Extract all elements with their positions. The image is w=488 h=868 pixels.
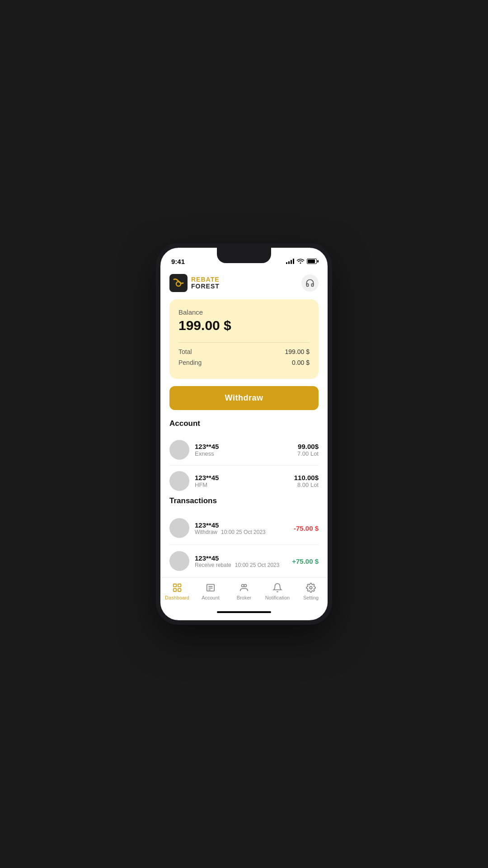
total-value: 199.00 $ bbox=[285, 348, 310, 355]
account-lot-1: 7.00 Lot bbox=[297, 450, 319, 457]
nav-label-notification: Notification bbox=[265, 595, 290, 600]
logo-rebate-text: REBATE bbox=[191, 276, 220, 283]
svg-rect-0 bbox=[169, 274, 188, 292]
app-content: REBATE FOREST Balance 199.00 $ bbox=[160, 270, 328, 577]
balance-card: Balance 199.00 $ Total 199.00 $ Pending … bbox=[169, 299, 319, 379]
logo-text: REBATE FOREST bbox=[191, 276, 220, 290]
transaction-info-1: 123**45 Withdraw 10:00 25 Oct 2023 bbox=[195, 521, 288, 535]
phone-frame: 9:41 bbox=[156, 243, 332, 625]
dashboard-icon bbox=[172, 582, 183, 593]
transactions-section: Transactions 123**45 Withdraw 10:00 25 O… bbox=[169, 496, 319, 577]
account-avatar-1 bbox=[169, 440, 189, 460]
nav-item-account[interactable]: Account bbox=[194, 582, 227, 600]
account-id-2: 123**45 bbox=[195, 474, 289, 481]
transaction-info-2: 123**45 Receive rebate 10:00 25 Oct 2023 bbox=[195, 554, 286, 568]
nav-item-setting[interactable]: Setting bbox=[294, 582, 328, 600]
transaction-amount-1: -75.00 $ bbox=[294, 524, 319, 532]
accounts-section-title: Account bbox=[169, 419, 319, 428]
nav-label-dashboard: Dashboard bbox=[165, 595, 189, 600]
transaction-amount-2: +75.00 $ bbox=[292, 557, 319, 565]
balance-total-row: Total 199.00 $ bbox=[178, 348, 310, 355]
account-stats-1: 99.00$ 7.00 Lot bbox=[297, 443, 319, 457]
logo-forest-text: FOREST bbox=[191, 283, 220, 290]
battery-icon bbox=[307, 259, 317, 264]
transaction-item-2[interactable]: 123**45 Receive rebate 10:00 25 Oct 2023… bbox=[169, 545, 319, 577]
account-info-2: 123**45 HFM bbox=[195, 474, 289, 488]
svg-point-11 bbox=[244, 585, 247, 587]
balance-amount: 199.00 $ bbox=[178, 318, 310, 333]
logo-icon bbox=[169, 274, 188, 292]
transaction-details-2: Receive rebate 10:00 25 Oct 2023 bbox=[195, 562, 286, 568]
transaction-id-2: 123**45 bbox=[195, 554, 286, 562]
pending-value: 0.00 $ bbox=[292, 359, 310, 366]
account-info-1: 123**45 Exness bbox=[195, 443, 292, 457]
status-time: 9:41 bbox=[171, 258, 185, 265]
transaction-type-2: Receive rebate bbox=[195, 562, 231, 568]
setting-icon bbox=[305, 582, 316, 593]
account-broker-2: HFM bbox=[195, 481, 289, 488]
svg-rect-4 bbox=[174, 589, 176, 591]
nav-item-dashboard[interactable]: Dashboard bbox=[160, 582, 194, 600]
notch bbox=[217, 248, 271, 263]
header: REBATE FOREST bbox=[169, 270, 319, 292]
transaction-date-1: 10:00 25 Oct 2023 bbox=[221, 529, 266, 535]
svg-point-12 bbox=[310, 586, 312, 589]
transaction-id-1: 123**45 bbox=[195, 521, 288, 529]
nav-item-notification[interactable]: Notification bbox=[261, 582, 294, 600]
transaction-type-1: Withdraw bbox=[195, 529, 217, 535]
transaction-avatar-1 bbox=[169, 518, 189, 538]
account-icon bbox=[205, 582, 216, 593]
balance-divider bbox=[178, 342, 310, 343]
svg-rect-2 bbox=[174, 584, 176, 587]
account-item-1[interactable]: 123**45 Exness 99.00$ 7.00 Lot bbox=[169, 434, 319, 465]
account-lot-2: 8.00 Lot bbox=[294, 481, 319, 488]
headset-icon bbox=[305, 278, 314, 288]
pending-label: Pending bbox=[178, 359, 202, 366]
withdraw-button[interactable]: Withdraw bbox=[169, 386, 319, 410]
support-button[interactable] bbox=[301, 274, 319, 292]
logo: REBATE FOREST bbox=[169, 274, 220, 292]
svg-rect-5 bbox=[178, 589, 181, 591]
nav-label-account: Account bbox=[202, 595, 220, 600]
nav-item-broker[interactable]: Broker bbox=[227, 582, 261, 600]
notification-icon bbox=[272, 582, 283, 593]
transaction-details-1: Withdraw 10:00 25 Oct 2023 bbox=[195, 529, 288, 535]
account-broker-1: Exness bbox=[195, 450, 292, 457]
nav-label-setting: Setting bbox=[303, 595, 319, 600]
home-indicator bbox=[217, 611, 271, 613]
balance-label: Balance bbox=[178, 308, 310, 316]
transaction-item-1[interactable]: 123**45 Withdraw 10:00 25 Oct 2023 -75.0… bbox=[169, 512, 319, 544]
broker-icon bbox=[239, 582, 249, 593]
status-icons bbox=[286, 258, 317, 265]
transaction-avatar-2 bbox=[169, 551, 189, 571]
svg-rect-3 bbox=[178, 584, 181, 587]
account-amount-2: 110.00$ bbox=[294, 474, 319, 481]
accounts-section: Account 123**45 Exness 99.00$ 7.00 Lot bbox=[169, 419, 319, 496]
account-item-2[interactable]: 123**45 HFM 110.00$ 8.00 Lot bbox=[169, 466, 319, 496]
account-avatar-2 bbox=[169, 471, 189, 491]
nav-label-broker: Broker bbox=[237, 595, 251, 600]
balance-pending-row: Pending 0.00 $ bbox=[178, 359, 310, 366]
bottom-nav: Dashboard Account bbox=[160, 577, 328, 609]
phone-screen: 9:41 bbox=[160, 248, 328, 620]
wifi-icon bbox=[297, 258, 304, 265]
account-id-1: 123**45 bbox=[195, 443, 292, 450]
transactions-section-title: Transactions bbox=[169, 496, 319, 505]
total-label: Total bbox=[178, 348, 192, 355]
account-amount-1: 99.00$ bbox=[297, 443, 319, 450]
transaction-date-2: 10:00 25 Oct 2023 bbox=[235, 562, 280, 568]
account-stats-2: 110.00$ 8.00 Lot bbox=[294, 474, 319, 488]
signal-icon bbox=[286, 259, 294, 264]
